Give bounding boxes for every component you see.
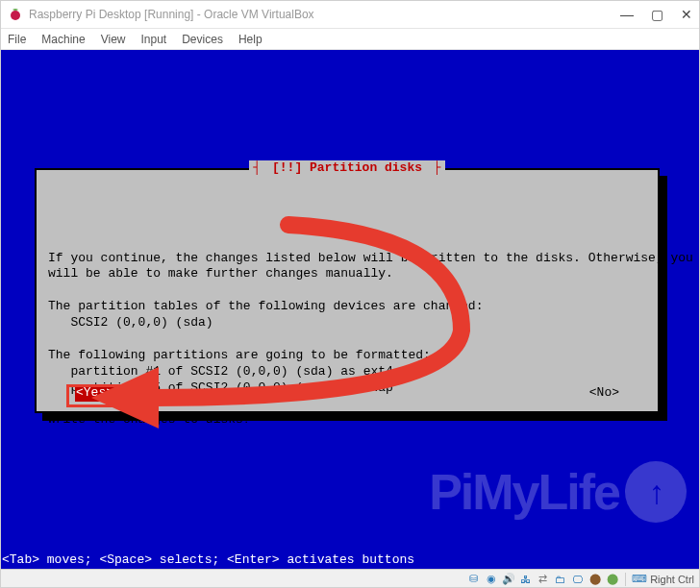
vm-screen[interactable]: ┤ [!!] Partition disks ├ If you continue… bbox=[0, 50, 700, 569]
dialog-text: The following partitions are going to be… bbox=[48, 348, 431, 362]
maximize-button[interactable]: ▢ bbox=[651, 7, 663, 22]
menu-input[interactable]: Input bbox=[141, 33, 167, 46]
menu-devices[interactable]: Devices bbox=[182, 33, 223, 46]
hint-line: <Tab> moves; <Space> selects; <Enter> ac… bbox=[2, 552, 414, 567]
svg-point-0 bbox=[11, 11, 20, 20]
display-icon[interactable]: 🖵 bbox=[570, 572, 585, 586]
watermark-badge: ↑ bbox=[625, 461, 687, 523]
yes-button[interactable]: <Yes> bbox=[75, 385, 114, 402]
hdd-icon[interactable]: ⛁ bbox=[466, 572, 481, 586]
window-buttons: — ▢ ✕ bbox=[620, 7, 692, 22]
close-button[interactable]: ✕ bbox=[681, 7, 692, 22]
menu-file[interactable]: File bbox=[8, 33, 26, 46]
separator bbox=[625, 573, 626, 586]
menu-view[interactable]: View bbox=[101, 33, 126, 46]
status-bar: ⛁ ◉ 🔊 🖧 ⇄ 🗀 🖵 ⬤ ⬤ ⌨ Right Ctrl bbox=[0, 569, 700, 588]
recording-icon[interactable]: ⬤ bbox=[588, 572, 602, 586]
menu-machine[interactable]: Machine bbox=[41, 33, 85, 46]
hostkey-label: Right Ctrl bbox=[650, 574, 694, 585]
minimize-button[interactable]: — bbox=[620, 7, 634, 22]
window-title: Raspberry Pi Desktop [Running] - Oracle … bbox=[29, 8, 620, 21]
capture-icon[interactable]: ⬤ bbox=[605, 572, 619, 586]
dialog-text: partition #1 of SCSI2 (0,0,0) (sda) as e… bbox=[48, 364, 393, 379]
dialog-body: If you continue, the changes listed belo… bbox=[48, 234, 646, 446]
dialog-text: Write the changes to disks? bbox=[48, 412, 251, 427]
shared-folder-icon[interactable]: 🗀 bbox=[553, 572, 567, 586]
watermark-text: PiMyLife bbox=[429, 463, 619, 521]
dialog-text: The partition tables of the following de… bbox=[48, 299, 483, 313]
audio-icon[interactable]: 🔊 bbox=[501, 572, 515, 586]
dialog-text: SCSI2 (0,0,0) (sda) bbox=[48, 315, 213, 330]
dialog-title: ┤ [!!] Partition disks ├ bbox=[37, 160, 658, 177]
usb-icon[interactable]: ⇄ bbox=[536, 572, 550, 586]
no-button[interactable]: <No> bbox=[589, 385, 619, 402]
menubar: File Machine View Input Devices Help bbox=[0, 29, 700, 50]
optical-icon[interactable]: ◉ bbox=[484, 572, 498, 586]
network-icon[interactable]: 🖧 bbox=[518, 572, 533, 586]
dialog-text: If you continue, the changes listed belo… bbox=[48, 251, 693, 265]
dialog-text: will be able to make further changes man… bbox=[48, 266, 393, 281]
keyboard-icon: ⌨ bbox=[632, 573, 647, 585]
menu-help[interactable]: Help bbox=[238, 33, 262, 46]
partition-dialog: ┤ [!!] Partition disks ├ If you continue… bbox=[35, 168, 660, 413]
yes-no-row: <Yes> <No> bbox=[75, 385, 619, 402]
host-key-indicator[interactable]: ⌨ Right Ctrl bbox=[632, 573, 694, 585]
raspberry-icon bbox=[8, 7, 23, 22]
watermark: PiMyLife ↑ bbox=[429, 461, 687, 523]
titlebar: Raspberry Pi Desktop [Running] - Oracle … bbox=[0, 0, 700, 29]
